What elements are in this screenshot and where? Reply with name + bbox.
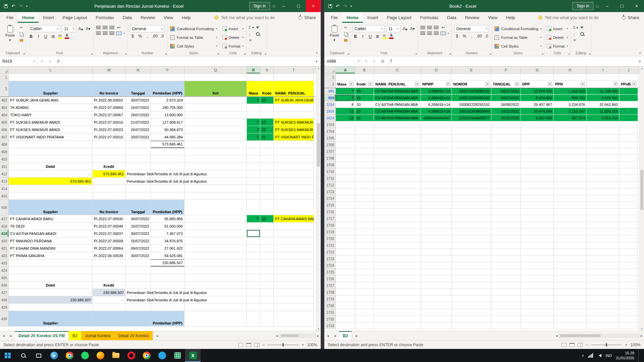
cell-I1728[interactable] — [587, 289, 620, 296]
cell-F1721[interactable] — [491, 242, 521, 249]
cell-S426[interactable] — [260, 282, 274, 289]
cell-J1730[interactable] — [620, 302, 638, 309]
cell-A1732[interactable] — [336, 316, 355, 322]
cell-D1724[interactable] — [421, 262, 452, 269]
cell-N427[interactable]: Persediaan StokTersedia di Juli di jual … — [125, 289, 151, 296]
cell-T407[interactable]: PT VISIONART INDO PRATAMA — [274, 133, 314, 141]
align-left-icon[interactable] — [96, 32, 101, 35]
cell-J1721[interactable] — [620, 242, 638, 249]
cell-T429[interactable] — [274, 304, 314, 311]
align-right-icon[interactable] — [109, 32, 114, 35]
cell-J1728[interactable] — [620, 289, 638, 296]
align-center-icon[interactable] — [103, 32, 108, 35]
cell-A1708[interactable] — [336, 155, 355, 162]
cell-D1725[interactable] — [421, 269, 452, 276]
cell-S421[interactable] — [260, 245, 274, 252]
dialog-launcher-icon[interactable]: ◢ — [415, 52, 417, 55]
cell-T406[interactable]: PT SUKSES MAKMUR ABADI — [274, 126, 314, 133]
sort-filter-button[interactable] — [256, 25, 260, 30]
cell-T425[interactable] — [274, 274, 314, 282]
cell-G1509[interactable]: 10.474.069 — [521, 108, 554, 115]
cell-C1712[interactable] — [374, 182, 421, 188]
cell-A1706[interactable] — [336, 141, 355, 148]
cell-S418[interactable] — [260, 223, 274, 230]
cell-C1731[interactable] — [374, 309, 421, 316]
collapse-ribbon-icon[interactable]: ∧ — [639, 51, 641, 55]
sign-in-button[interactable]: Sign in — [573, 2, 594, 10]
cell-E1725[interactable] — [452, 269, 491, 276]
cell-F1710[interactable] — [491, 168, 521, 175]
cell-B1[interactable] — [355, 74, 374, 80]
cell-E1705[interactable] — [452, 135, 491, 141]
cell-A985[interactable]: 7 — [336, 88, 355, 95]
cell-J1720[interactable] — [620, 235, 638, 242]
cell-M409[interactable] — [93, 148, 125, 156]
share-button[interactable]: Share — [617, 12, 644, 23]
cell-Q419[interactable] — [184, 230, 247, 237]
cell-C1509[interactable]: CV ASTHA PANGAN ABA — [374, 108, 421, 115]
cell-A1[interactable] — [336, 74, 355, 80]
cell-J1715[interactable] — [620, 202, 638, 208]
ribbon-tab-data[interactable]: Data — [118, 12, 136, 23]
cell-F1729[interactable] — [491, 296, 521, 302]
cell-J1704[interactable] — [620, 128, 638, 135]
cell-P1[interactable] — [151, 74, 184, 81]
cell-T416[interactable] — [274, 200, 314, 215]
ribbon-tab-insert[interactable]: Insert — [39, 12, 58, 23]
cell-D1721[interactable] — [421, 242, 452, 249]
cell-D1716[interactable] — [421, 208, 452, 215]
cell-M428[interactable]: - — [93, 296, 125, 304]
cell-T415[interactable] — [274, 192, 314, 200]
cell-A1721[interactable] — [336, 242, 355, 249]
cell-I1703[interactable] — [587, 121, 620, 128]
chrome-icon-2[interactable] — [139, 349, 154, 362]
cell-L418[interactable]: TK DEDI — [9, 223, 93, 230]
cell-P410[interactable] — [151, 156, 184, 163]
row-header-428[interactable]: 428 — [0, 296, 9, 304]
insert-cells-button[interactable]: Insert▾ — [547, 25, 568, 32]
align-left-icon[interactable] — [420, 32, 425, 35]
cell-I1706[interactable] — [587, 141, 620, 148]
column-header-J[interactable]: J — [620, 66, 638, 74]
sheet-tab-jurnal-koreksi[interactable]: Jurnal Koreksi — [82, 331, 115, 340]
row-header-1728[interactable]: 1728 — [324, 289, 336, 296]
cell-I1509[interactable]: 11.626.216 — [587, 108, 620, 115]
paste-button[interactable]: Paste▾ — [327, 24, 342, 42]
cell-Q430[interactable] — [184, 311, 247, 326]
column-header-D[interactable]: D — [421, 66, 452, 74]
underline-button[interactable]: U — [367, 34, 373, 39]
cell-L411[interactable]: Debit — [9, 163, 93, 170]
decrease-decimal-icon[interactable]: .0 — [159, 34, 165, 39]
vertical-scrollbar[interactable]: ▲ ▼ — [639, 66, 644, 331]
ribbon-tab-formulas[interactable]: Formulas — [92, 12, 118, 23]
cell-H1710[interactable] — [554, 168, 587, 175]
dialog-launcher-icon[interactable]: ◢ — [541, 52, 543, 55]
font-name-select[interactable]: Calibri▾ — [28, 25, 60, 32]
fill-color-icon[interactable] — [58, 34, 63, 39]
cell-A1723[interactable] — [336, 255, 355, 262]
cell-J1731[interactable] — [620, 309, 638, 316]
cell-G1723[interactable] — [521, 255, 554, 262]
cell-E1703[interactable] — [452, 121, 491, 128]
cell-I1704[interactable] — [587, 128, 620, 135]
cell-E1730[interactable] — [452, 302, 491, 309]
cell-N423[interactable] — [125, 259, 151, 267]
cell-I1710[interactable] — [587, 168, 620, 175]
cell-P407[interactable]: 44.985.384 — [151, 133, 184, 141]
cell-E1723[interactable] — [452, 255, 491, 262]
insert-function-icon[interactable]: fx — [54, 56, 63, 66]
cell-A1720[interactable] — [336, 235, 355, 242]
cell-L412[interactable]: - — [9, 170, 93, 178]
ribbon-display-options-icon[interactable]: □ — [596, 4, 598, 8]
cell-G1703[interactable] — [521, 121, 554, 128]
row-header-411[interactable]: 411 — [0, 163, 9, 170]
ribbon-tab-home[interactable]: Home — [342, 12, 363, 23]
cell-S1[interactable] — [260, 74, 274, 81]
row-header-1723[interactable]: 1723 — [324, 255, 336, 262]
cell-I1714[interactable] — [587, 195, 620, 202]
cell-G1717[interactable] — [521, 215, 554, 222]
cell-A1714[interactable] — [336, 195, 355, 202]
cell-C1714[interactable] — [374, 195, 421, 202]
cell-R421[interactable] — [247, 245, 260, 252]
vertical-scrollbar[interactable]: ▲ ▼ — [316, 66, 321, 331]
